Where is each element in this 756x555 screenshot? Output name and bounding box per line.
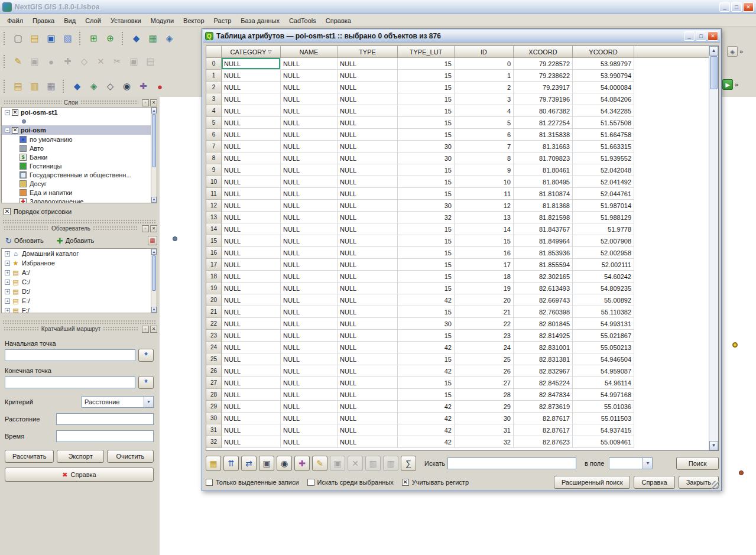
dock-drag-texture[interactable] <box>4 326 39 332</box>
table-cell[interactable]: NULL <box>281 318 338 330</box>
table-cell[interactable]: NULL <box>338 141 398 152</box>
table-vertical-scrollbar[interactable]: ▲ ▼ <box>709 46 718 450</box>
table-cell[interactable]: 82.847834 <box>514 389 573 401</box>
table-cell[interactable]: 28 <box>455 389 514 401</box>
table-cell[interactable]: 54.809235 <box>573 283 634 294</box>
dock-drag-texture[interactable] <box>103 326 138 332</box>
toggle-editing-icon[interactable]: ✎ <box>11 54 25 69</box>
scrollbar-thumb[interactable] <box>152 255 156 291</box>
layer-item[interactable]: −✕poi-osm <box>2 125 157 135</box>
advanced-search-button[interactable]: Расширенный поиск <box>554 476 631 489</box>
browser-scrollbar[interactable]: ▲ ▼ <box>151 249 157 313</box>
layer-class-item[interactable]: Гостиницы <box>2 161 157 170</box>
table-cell[interactable]: NULL <box>338 176 398 188</box>
table-cell[interactable]: 82.87617 <box>514 424 573 436</box>
row-header[interactable]: 25 <box>206 353 222 365</box>
toolbar-drag-handle[interactable] <box>4 80 7 93</box>
table-cell[interactable]: 82.832967 <box>514 365 573 377</box>
row-header[interactable]: 27 <box>206 377 222 389</box>
row-header[interactable]: 15 <box>206 235 222 247</box>
search-button[interactable]: Поиск <box>676 457 719 470</box>
row-header[interactable]: 13 <box>206 212 222 223</box>
table-cell[interactable]: 51.988129 <box>573 212 634 223</box>
copy-selected-rows-icon[interactable]: ▣ <box>259 456 274 471</box>
menu-item[interactable]: Правка <box>28 15 59 26</box>
table-cell[interactable]: NULL <box>222 365 281 377</box>
browser-properties-icon[interactable]: ▦ <box>148 236 157 245</box>
row-header[interactable]: 22 <box>206 318 222 330</box>
table-cell[interactable]: 55.011503 <box>573 413 634 424</box>
table-cell[interactable]: NULL <box>338 353 398 365</box>
table-cell[interactable]: NULL <box>281 413 338 424</box>
browser-item[interactable]: +▤C:/ <box>2 277 157 287</box>
table-cell[interactable]: 52.002958 <box>573 247 634 259</box>
table-cell[interactable]: NULL <box>281 152 338 164</box>
close-panel-icon[interactable]: ✕ <box>150 99 157 106</box>
table-cell[interactable]: 15 <box>398 70 455 82</box>
table-cell[interactable]: NULL <box>222 223 281 235</box>
table-cell[interactable]: NULL <box>338 82 398 93</box>
table-cell[interactable]: 82.669743 <box>514 294 573 306</box>
expander-icon[interactable]: + <box>5 308 10 313</box>
move-selected-to-top-icon[interactable]: ⇈ <box>223 456 239 471</box>
table-cell[interactable]: 10 <box>455 176 514 188</box>
add-postgis-layer-icon[interactable]: ◈ <box>162 31 177 46</box>
table-cell[interactable]: 81.80495 <box>514 176 573 188</box>
column-header-ycoord[interactable]: YCOORD <box>573 46 634 58</box>
table-cell[interactable]: NULL <box>338 283 398 294</box>
dock-splitter[interactable] <box>2 320 156 324</box>
table-cell[interactable]: NULL <box>222 105 281 117</box>
table-cell[interactable]: 25 <box>455 353 514 365</box>
layer-item[interactable]: −✕poi-osm-st1 <box>2 108 157 117</box>
table-cell[interactable]: NULL <box>222 306 281 318</box>
row-header[interactable]: 20 <box>206 294 222 306</box>
toolbar-drag-handle[interactable] <box>4 32 7 45</box>
table-cell[interactable]: 42 <box>398 424 455 436</box>
row-header[interactable]: 19 <box>206 283 222 294</box>
table-cell[interactable]: 51.664758 <box>573 129 634 141</box>
table-cell[interactable]: NULL <box>338 152 398 164</box>
dropdown-arrow-icon[interactable]: ▼ <box>144 397 153 407</box>
invert-selection-icon[interactable]: ⇄ <box>241 456 257 471</box>
checkbox-icon[interactable] <box>206 479 213 486</box>
select-by-rectangle-icon[interactable]: ◈ <box>86 79 101 94</box>
table-cell[interactable]: 81.31663 <box>514 141 573 152</box>
table-cell[interactable]: 0 <box>455 58 514 70</box>
table-cell[interactable]: 51.987014 <box>573 200 634 212</box>
table-cell[interactable]: NULL <box>281 306 338 318</box>
unselect-all-icon[interactable]: ▦ <box>206 456 221 471</box>
table-cell[interactable]: NULL <box>338 365 398 377</box>
table-cell[interactable]: NULL <box>338 342 398 353</box>
table-cell[interactable]: 32 <box>398 212 455 223</box>
browser-item[interactable]: +⌂Домашний каталог <box>2 249 157 258</box>
row-header[interactable]: 30 <box>206 413 222 424</box>
table-cell[interactable]: 55.00892 <box>573 294 634 306</box>
table-cell[interactable]: 54.000084 <box>573 82 634 93</box>
table-cell[interactable]: 79.23917 <box>514 82 573 93</box>
dialog-checkbox[interactable]: Искать среди выбранных <box>307 479 394 486</box>
table-cell[interactable]: NULL <box>338 223 398 235</box>
checkbox-checked-icon[interactable]: ✕ <box>402 479 409 486</box>
column-header-id[interactable]: ID <box>455 46 514 58</box>
clear-button[interactable]: Очистить <box>107 450 154 463</box>
time-input[interactable] <box>56 430 154 442</box>
table-cell[interactable]: 15 <box>398 235 455 247</box>
table-cell[interactable]: NULL <box>222 259 281 271</box>
dialog-minimize-button[interactable]: _ <box>684 31 695 41</box>
table-cell[interactable]: 82.845224 <box>514 377 573 389</box>
table-cell[interactable]: NULL <box>338 117 398 129</box>
dock-splitter[interactable] <box>2 219 156 223</box>
table-cell[interactable]: 21 <box>455 306 514 318</box>
table-cell[interactable]: 15 <box>398 188 455 200</box>
dock-drag-texture[interactable] <box>93 226 138 231</box>
table-cell[interactable]: 51.939552 <box>573 152 634 164</box>
table-cell[interactable]: 52.002111 <box>573 259 634 271</box>
menu-item[interactable]: Вектор <box>179 15 209 26</box>
table-cell[interactable]: 29 <box>455 401 514 413</box>
table-cell[interactable]: 5 <box>455 117 514 129</box>
browser-add-button[interactable]: ✚ Добавить <box>53 235 99 247</box>
table-cell[interactable]: NULL <box>281 247 338 259</box>
float-panel-icon[interactable]: ▫ <box>142 326 149 333</box>
table-cell[interactable]: 53.990794 <box>573 70 634 82</box>
layer-class-item[interactable]: ●по умолчанию <box>2 135 157 144</box>
